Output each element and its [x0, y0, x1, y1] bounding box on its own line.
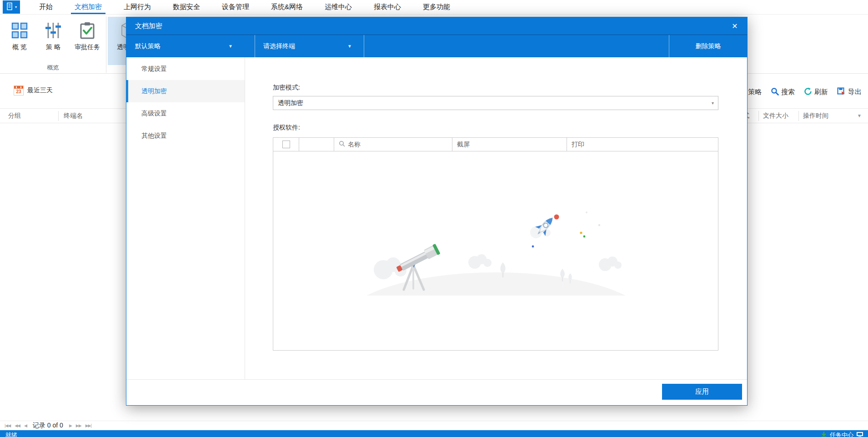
software-table-header: 名称 截屏 打印	[273, 138, 718, 151]
screenshot-column-cell[interactable]: 截屏	[452, 138, 567, 151]
prev-page-icon[interactable]: ◀	[24, 423, 27, 428]
ribbon-policy-button[interactable]: 策 略	[38, 17, 68, 62]
search-icon	[771, 87, 779, 97]
empty-column-cell	[299, 138, 334, 151]
export-tool-button[interactable]: 导出	[837, 87, 862, 97]
tab-ops-center[interactable]: 运维中心	[314, 0, 363, 14]
grid-icon	[4, 19, 35, 42]
name-column-cell[interactable]: 名称	[334, 138, 452, 151]
tab-data-security[interactable]: 数据安全	[162, 0, 211, 14]
fast-next-icon[interactable]: ▶▶	[76, 423, 81, 428]
sidebar-item-general-settings[interactable]: 常规设置	[126, 58, 245, 80]
app-icon	[6, 2, 14, 12]
application-window: ▾ 开始 文档加密 上网行为 数据安全 设备管理 系统&网络 运维中心 报表中心…	[0, 0, 868, 437]
policy-select[interactable]: 默认策略 ▼	[126, 35, 255, 57]
tab-more-features[interactable]: 更多功能	[412, 0, 461, 14]
dialog-title-bar: 文档加密 ✕	[126, 17, 747, 35]
column-group[interactable]: 分组	[8, 112, 21, 120]
empty-state-illustration	[360, 207, 642, 296]
authorized-software-table: 名称 截屏 打印	[273, 137, 718, 351]
close-icon[interactable]: ✕	[722, 17, 747, 35]
encryption-mode-label: 加密模式:	[273, 84, 300, 92]
task-center-button[interactable]: 任务中心	[830, 431, 853, 437]
dialog-footer: 应用	[126, 379, 747, 405]
dialog-body: 常规设置 透明加密 高级设置 其他设置 加密模式: 透明加密 ▾ 授权软件:	[126, 57, 747, 379]
sidebar-item-advanced-settings[interactable]: 高级设置	[126, 102, 245, 125]
tab-device-management[interactable]: 设备管理	[211, 0, 260, 14]
delete-policy-button[interactable]: 删除策略	[669, 35, 747, 57]
select-all-checkbox[interactable]	[282, 141, 290, 148]
sidebar-item-other-settings[interactable]: 其他设置	[126, 125, 245, 147]
encryption-mode-select[interactable]: 透明加密 ▾	[273, 96, 718, 110]
refresh-tool-button[interactable]: 刷新	[804, 87, 828, 97]
dialog-title: 文档加密	[135, 22, 162, 30]
search-icon	[339, 141, 345, 148]
ribbon-approval-button[interactable]: 审批任务	[69, 17, 105, 62]
ribbon-group-label: 概览	[0, 64, 106, 72]
status-ready-label: 就绪	[5, 431, 17, 437]
tab-report-center[interactable]: 报表中心	[363, 0, 412, 14]
first-page-icon[interactable]: |◀◀	[5, 423, 10, 428]
grid-toolbar: 策略 搜索 刷新 导出	[738, 87, 862, 97]
software-table-body-empty	[273, 151, 718, 351]
active-tab-underline	[71, 13, 105, 14]
last-page-icon[interactable]: ▶▶|	[85, 423, 91, 428]
column-terminal[interactable]: 终端名	[64, 112, 83, 120]
dialog-sidebar: 常规设置 透明加密 高级设置 其他设置	[126, 57, 245, 379]
ribbon-overview-button[interactable]: 概 览	[4, 17, 35, 62]
app-menu-button[interactable]: ▾	[3, 0, 20, 14]
ribbon-group-divider	[106, 16, 106, 73]
dialog-toolbar: 默认策略 ▼ 请选择终端 ▼ 删除策略	[126, 35, 747, 57]
column-chooser-caret-icon[interactable]: ▼	[857, 113, 862, 118]
date-filter[interactable]: 23 最近三天	[14, 85, 53, 95]
tab-web-behavior[interactable]: 上网行为	[113, 0, 162, 14]
pagination-bar: |◀◀ ◀◀ ◀ 记录 0 of 0 ▶ ▶▶ ▶▶|	[0, 421, 868, 430]
print-column-cell[interactable]: 打印	[567, 138, 718, 151]
monitor-icon[interactable]	[856, 432, 863, 437]
chevron-down-icon: ▼	[347, 44, 352, 49]
document-encryption-dialog: 文档加密 ✕ 默认策略 ▼ 请选择终端 ▼ 删除策略 常规设置 透明加密 高级设…	[126, 17, 748, 406]
column-filesize[interactable]: 文件大小	[763, 112, 788, 120]
date-filter-label: 最近三天	[27, 86, 53, 95]
refresh-icon	[804, 87, 812, 97]
fast-prev-icon[interactable]: ◀◀	[15, 423, 20, 428]
download-arrow-icon	[821, 432, 827, 437]
menu-bar: ▾ 开始 文档加密 上网行为 数据安全 设备管理 系统&网络 运维中心 报表中心…	[0, 0, 868, 15]
sidebar-item-transparent-encryption[interactable]: 透明加密	[126, 80, 245, 102]
sliders-icon	[38, 19, 68, 42]
chevron-down-icon: ▼	[228, 44, 233, 49]
tab-document-encryption[interactable]: 文档加密	[64, 0, 113, 14]
authorized-software-label: 授权软件:	[273, 124, 300, 132]
tab-system-network[interactable]: 系统&网络	[260, 0, 314, 14]
status-bar: 就绪 任务中心	[0, 430, 868, 437]
calendar-icon: 23	[14, 85, 24, 95]
chevron-down-icon: ▾	[712, 96, 714, 110]
clipboard-check-icon	[69, 19, 105, 42]
record-count-label: 记录 0 of 0	[33, 422, 63, 430]
app-menu-caret-icon: ▾	[15, 5, 17, 9]
search-tool-button[interactable]: 搜索	[771, 87, 795, 97]
menu-tabs: 开始 文档加密 上网行为 数据安全 设备管理 系统&网络 运维中心 报表中心 更…	[28, 0, 461, 14]
tab-start[interactable]: 开始	[28, 0, 64, 14]
export-icon	[837, 87, 846, 97]
select-all-cell	[273, 138, 299, 151]
column-optime[interactable]: 操作时间	[803, 112, 828, 120]
terminal-select[interactable]: 请选择终端 ▼	[255, 35, 364, 57]
next-page-icon[interactable]: ▶	[69, 423, 72, 428]
apply-button[interactable]: 应用	[662, 384, 742, 400]
dialog-main: 加密模式: 透明加密 ▾ 授权软件:	[246, 57, 747, 379]
